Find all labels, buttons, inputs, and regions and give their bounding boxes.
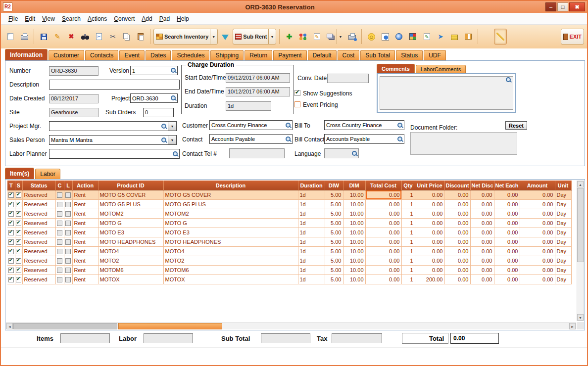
cell-product_id[interactable]: MOTO G5 PLUS xyxy=(98,200,163,209)
cell-action[interactable]: Rent xyxy=(72,275,98,284)
cell-unit[interactable]: Day xyxy=(555,275,571,284)
t-checkbox[interactable] xyxy=(8,211,14,217)
cell-net_disc[interactable]: 0.00 xyxy=(470,228,494,237)
column-header-product_id[interactable]: Product ID xyxy=(98,181,163,190)
c-checkbox[interactable] xyxy=(57,239,62,245)
cell-qty[interactable]: 1 xyxy=(401,190,415,200)
add-button[interactable]: ✚ xyxy=(283,29,295,45)
cell-amount[interactable]: 0.00 xyxy=(520,190,555,200)
cell-s[interactable] xyxy=(15,228,22,237)
cut-document-button[interactable]: ✂ xyxy=(93,29,105,45)
cell-duration[interactable]: 1d xyxy=(298,256,325,266)
c-checkbox[interactable] xyxy=(57,277,62,282)
groups-button[interactable] xyxy=(296,29,309,45)
table-row[interactable]: ReservedRentMOTO4MOTO41d5.0010.000.0010.… xyxy=(7,247,571,256)
cell-unit[interactable]: Day xyxy=(555,266,571,275)
cell-amount[interactable]: 0.00 xyxy=(520,200,555,209)
t-checkbox[interactable] xyxy=(8,239,14,245)
labor-planner-search-icon[interactable] xyxy=(172,151,179,157)
c-checkbox[interactable] xyxy=(57,230,62,235)
cell-s[interactable] xyxy=(15,219,22,228)
horizontal-scroll-thumb-left[interactable] xyxy=(13,323,117,329)
save-button[interactable] xyxy=(37,29,50,45)
menu-help[interactable]: Help xyxy=(173,14,193,24)
column-header-unit[interactable]: Unit xyxy=(555,181,571,190)
cell-s[interactable] xyxy=(15,247,22,256)
cell-action[interactable]: Rent xyxy=(72,219,98,228)
cell-qty[interactable]: 1 xyxy=(401,228,415,237)
cell-unit[interactable]: Day xyxy=(555,247,571,256)
cell-c[interactable] xyxy=(55,275,64,284)
cell-description[interactable]: MOTOM2 xyxy=(163,209,298,219)
date-created-field[interactable] xyxy=(49,94,98,103)
cell-diw[interactable]: 5.00 xyxy=(325,219,343,228)
column-header-action[interactable]: Action xyxy=(72,181,98,190)
cell-net_disc[interactable]: 0.00 xyxy=(470,247,494,256)
table-row[interactable]: ReservedRentMOTO2MOTO21d5.0010.000.0010.… xyxy=(7,256,571,266)
cell-net_disc[interactable]: 0.00 xyxy=(470,209,494,219)
scroll-right-icon[interactable]: ► xyxy=(569,323,576,329)
cell-net_each[interactable]: 0.00 xyxy=(494,275,520,284)
cell-net_each[interactable]: 0.00 xyxy=(494,237,520,247)
s-checkbox[interactable] xyxy=(16,239,21,245)
cell-c[interactable] xyxy=(55,266,64,275)
cell-discount[interactable]: 0.00 xyxy=(444,266,470,275)
disk-button[interactable] xyxy=(392,29,405,45)
cell-total_cost[interactable]: 0.00 xyxy=(365,256,401,266)
s-checkbox[interactable] xyxy=(16,230,21,235)
tab-customer[interactable]: Customer xyxy=(49,50,84,60)
l-checkbox[interactable] xyxy=(65,192,71,198)
cell-total_cost[interactable]: 0.00 xyxy=(365,209,401,219)
cell-unit[interactable]: Day xyxy=(555,190,571,200)
column-header-l[interactable]: L xyxy=(64,181,72,190)
cell-action[interactable]: Rent xyxy=(72,209,98,219)
cell-discount[interactable]: 0.00 xyxy=(444,228,470,237)
column-header-net_disc[interactable]: Net Disc xyxy=(470,181,494,190)
cell-unit_price[interactable]: 0.00 xyxy=(415,228,444,237)
column-header-discount[interactable]: Discount xyxy=(444,181,470,190)
cell-diw[interactable]: 5.00 xyxy=(325,256,343,266)
tab-labor[interactable]: Labor xyxy=(35,169,60,179)
l-checkbox[interactable] xyxy=(65,202,71,207)
sub-orders-field[interactable] xyxy=(143,108,174,117)
cell-amount[interactable]: 0.00 xyxy=(520,209,555,219)
s-checkbox[interactable] xyxy=(16,249,21,254)
cell-unit_price[interactable]: 0.00 xyxy=(415,237,444,247)
cell-unit[interactable]: Day xyxy=(555,209,571,219)
cell-action[interactable]: Rent xyxy=(72,256,98,266)
sales-person-search-icon[interactable] xyxy=(161,137,167,143)
cell-dim[interactable]: 10.00 xyxy=(343,247,365,256)
table-row[interactable]: ReservedRentMOTO G5 PLUSMOTO G5 PLUS1d5.… xyxy=(7,200,571,209)
notepad-button[interactable]: ✎ xyxy=(420,29,433,45)
cell-net_disc[interactable]: 0.00 xyxy=(470,200,494,209)
cell-net_each[interactable]: 0.00 xyxy=(494,256,520,266)
column-header-t[interactable]: T xyxy=(7,181,15,190)
cell-total_cost[interactable]: 0.00 xyxy=(365,237,401,247)
site-field[interactable] xyxy=(49,108,98,117)
table-row[interactable]: ReservedRentMOTO G5 COVERMOTO G5 COVER1d… xyxy=(7,190,571,200)
cell-diw[interactable]: 5.00 xyxy=(325,228,343,237)
cell-dim[interactable]: 10.00 xyxy=(343,200,365,209)
start-datetime-field[interactable] xyxy=(226,73,290,83)
project-mgr-search-icon[interactable] xyxy=(161,123,167,130)
cell-amount[interactable]: 0.00 xyxy=(520,275,555,284)
s-checkbox[interactable] xyxy=(16,202,21,207)
horizontal-scrollbar[interactable]: ◄ ► xyxy=(6,322,576,329)
cell-net_disc[interactable]: 0.00 xyxy=(470,237,494,247)
cell-t[interactable] xyxy=(7,247,15,256)
cell-unit[interactable]: Day xyxy=(555,256,571,266)
cut-button[interactable]: ✂ xyxy=(106,29,119,45)
tab-return[interactable]: Return xyxy=(245,50,272,60)
column-header-amount[interactable]: Amount xyxy=(520,181,555,190)
s-checkbox[interactable] xyxy=(16,192,21,198)
cards-dropdown-icon[interactable]: ▼ xyxy=(337,29,342,44)
tab-comments[interactable]: Comments xyxy=(377,64,415,74)
column-header-description[interactable]: Description xyxy=(163,181,298,190)
t-checkbox[interactable] xyxy=(8,268,14,273)
cell-qty[interactable]: 1 xyxy=(401,256,415,266)
t-checkbox[interactable] xyxy=(8,258,14,264)
column-header-total_cost[interactable]: Total Cost xyxy=(365,181,401,190)
cell-t[interactable] xyxy=(7,209,15,219)
copy-button[interactable] xyxy=(120,29,133,45)
table-row[interactable]: ReservedRentMOTO HEADPHONESMOTO HEADPHON… xyxy=(7,237,571,247)
